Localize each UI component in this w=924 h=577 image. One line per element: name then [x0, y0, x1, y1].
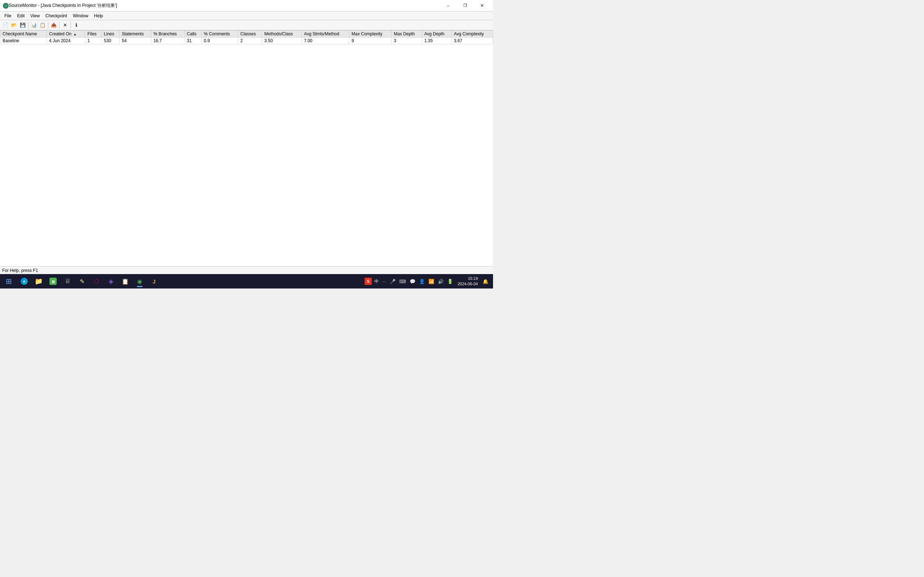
cell-max-complexity: 9 — [349, 37, 392, 44]
clock[interactable]: 15:19 2024-06-04 — [456, 275, 480, 288]
app-icon — [3, 3, 9, 9]
cell-created-on: 4 Jun 2024 — [47, 37, 85, 44]
edge-icon: e — [21, 278, 28, 285]
col-header-checkpoint-name[interactable]: Checkpoint Name — [0, 31, 47, 37]
taskbar-app4[interactable]: 🖥 — [61, 275, 74, 288]
title-bar: SourceMonitor - [Java Checkpoints In Pro… — [0, 0, 493, 11]
taskbar-sourcemonitor[interactable]: ◉ — [133, 275, 147, 288]
app3-icon: ▦ — [50, 278, 57, 285]
tray-s-icon[interactable]: S — [365, 278, 372, 285]
taskbar-app3[interactable]: ▦ — [46, 275, 60, 288]
taskbar-app5[interactable]: ✎ — [75, 275, 89, 288]
java-icon: J — [153, 279, 155, 285]
tray-chat-icon[interactable]: 💬 — [409, 278, 417, 285]
tray-keyboard-icon[interactable]: ⌨ — [398, 278, 407, 285]
window-title: SourceMonitor - [Java Checkpoints In Pro… — [9, 3, 440, 9]
table-row[interactable]: Baseline 4 Jun 2024 1 530 54 16.7 31 0.9… — [0, 37, 493, 44]
app6-icon: ⬡ — [94, 278, 99, 285]
cell-pct-comments: 0.9 — [201, 37, 238, 44]
app7-icon: ◈ — [109, 278, 113, 285]
menu-view[interactable]: View — [27, 13, 43, 19]
col-header-avg-stmts[interactable]: Avg Stmts/Method — [302, 31, 349, 37]
toolbar-open-button[interactable]: 📂 — [10, 21, 18, 29]
menu-help[interactable]: Help — [91, 13, 106, 19]
col-header-statements[interactable]: Statements — [120, 31, 151, 37]
menu-checkpoint[interactable]: Checkpoint — [43, 13, 70, 19]
col-header-methods-per-class[interactable]: Methods/Class — [262, 31, 302, 37]
status-bar: For Help, press F1 — [0, 266, 493, 274]
status-text: For Help, press F1 — [2, 268, 38, 273]
taskbar-edge[interactable]: e — [17, 275, 31, 288]
col-header-lines[interactable]: Lines — [102, 31, 120, 37]
tray-volume-icon[interactable]: 🔊 — [437, 278, 445, 285]
menu-bar: File Edit View Checkpoint Window Help — [0, 11, 493, 20]
tray-lang-cn[interactable]: 中 — [373, 278, 380, 285]
restore-button[interactable]: ❒ — [457, 2, 473, 10]
cell-calls: 31 — [184, 37, 201, 44]
taskbar-java-app[interactable]: J — [147, 275, 161, 288]
start-button[interactable]: ⊞ — [2, 275, 16, 288]
cell-classes: 2 — [238, 37, 262, 44]
tray-people-icon[interactable]: 👤 — [418, 278, 426, 285]
toolbar-separator-1 — [28, 22, 29, 29]
data-table: Checkpoint Name Created On ▲ Files Lines… — [0, 30, 493, 44]
taskbar-app6[interactable]: ⬡ — [89, 275, 103, 288]
taskbar-app8[interactable]: 📋 — [118, 275, 132, 288]
toolbar-separator-3 — [59, 22, 60, 29]
sourcemonitor-icon: ◉ — [137, 278, 142, 285]
cell-checkpoint-name: Baseline — [0, 37, 47, 44]
col-header-classes[interactable]: Classes — [238, 31, 262, 37]
cell-avg-stmts: 7.00 — [302, 37, 349, 44]
clock-date: 2024-06-04 — [458, 281, 478, 287]
app5-icon: ✎ — [80, 278, 84, 285]
taskbar-apps: e 📁 ▦ 🖥 ✎ ⬡ ◈ 📋 ◉ — [17, 275, 365, 288]
col-header-pct-branches[interactable]: % Branches — [151, 31, 184, 37]
taskbar-right: S 中 ··· 🎤 ⌨ 💬 👤 📶 🔊 🔋 15:19 2024-06-04 🔔 — [365, 275, 492, 288]
table-body: Baseline 4 Jun 2024 1 530 54 16.7 31 0.9… — [0, 37, 493, 44]
cell-statements: 54 — [120, 37, 151, 44]
tray-wifi-icon[interactable]: 📶 — [427, 278, 435, 285]
cell-pct-branches: 16.7 — [151, 37, 184, 44]
windows-icon: ⊞ — [6, 277, 12, 285]
minimize-button[interactable]: − — [440, 2, 456, 10]
col-header-pct-comments[interactable]: % Comments — [201, 31, 238, 37]
col-header-avg-complexity[interactable]: Avg Complexity — [452, 31, 493, 37]
close-button[interactable]: ✕ — [474, 2, 490, 10]
toolbar-info-button[interactable]: ℹ — [72, 21, 80, 29]
col-header-max-complexity[interactable]: Max Complexity — [349, 31, 392, 37]
taskbar-app7[interactable]: ◈ — [104, 275, 118, 288]
cell-avg-complexity: 3.67 — [452, 37, 493, 44]
sort-indicator: ▲ — [73, 32, 76, 36]
toolbar-save-button[interactable]: 💾 — [19, 21, 27, 29]
col-header-files[interactable]: Files — [85, 31, 102, 37]
toolbar-export-button[interactable]: 📤 — [50, 21, 58, 29]
tray-notification-icon[interactable]: 🔔 — [481, 278, 489, 285]
toolbar-chart-button[interactable]: 📊 — [30, 21, 38, 29]
cell-max-depth: 3 — [392, 37, 422, 44]
toolbar-separator-4 — [70, 22, 71, 29]
col-header-created-on[interactable]: Created On ▲ — [47, 31, 85, 37]
col-header-avg-depth[interactable]: Avg Depth — [422, 31, 452, 37]
app4-icon: 🖥 — [65, 278, 71, 285]
col-header-calls[interactable]: Calls — [184, 31, 201, 37]
window-controls: − ❒ ✕ — [440, 2, 490, 10]
tray-icon-dots[interactable]: ··· — [381, 278, 387, 285]
toolbar: 📄 📂 💾 📊 📋 📤 ✕ ℹ — [0, 20, 493, 30]
toolbar-new-button[interactable]: 📄 — [2, 21, 10, 29]
cell-lines: 530 — [102, 37, 120, 44]
col-header-max-depth[interactable]: Max Depth — [392, 31, 422, 37]
toolbar-table-button[interactable]: 📋 — [39, 21, 47, 29]
menu-edit[interactable]: Edit — [14, 13, 27, 19]
toolbar-close-button[interactable]: ✕ — [61, 21, 69, 29]
clock-time: 15:19 — [458, 276, 478, 281]
cell-avg-depth: 1.35 — [422, 37, 452, 44]
tray-mic-icon[interactable]: 🎤 — [389, 278, 397, 285]
taskbar-file-explorer[interactable]: 📁 — [32, 275, 45, 288]
app8-icon: 📋 — [122, 278, 129, 285]
cell-methods-per-class: 3.50 — [262, 37, 302, 44]
menu-file[interactable]: File — [2, 13, 14, 19]
table-header-row: Checkpoint Name Created On ▲ Files Lines… — [0, 31, 493, 37]
taskbar: ⊞ e 📁 ▦ 🖥 ✎ ⬡ ◈ 📋 — [0, 274, 493, 288]
tray-battery-icon[interactable]: 🔋 — [446, 278, 454, 285]
menu-window[interactable]: Window — [70, 13, 91, 19]
